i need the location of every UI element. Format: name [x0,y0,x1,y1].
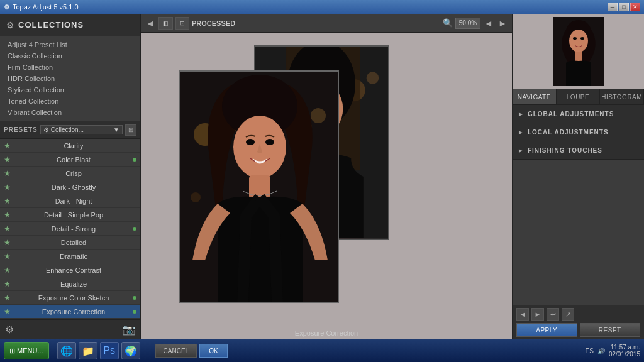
prev-arrow-button[interactable]: ◄ [516,308,529,321]
minimize-button[interactable]: ─ [608,3,618,11]
finishing-touches-header[interactable]: ► FINISHING TOUCHES [513,141,644,159]
apply-button[interactable]: APPLY [516,323,577,337]
language-indicator: ES [586,348,594,354]
app-icon: ⚙ [4,3,10,11]
preset-item-detailed[interactable]: ★ Detailed [0,236,140,250]
view-mode-button2[interactable]: ⊡ [175,17,189,30]
preset-item-crisp[interactable]: ★ Crisp [0,167,140,180]
front-image-svg [180,72,338,302]
collection-item-toned[interactable]: Toned Collection [0,96,140,107]
clock-time: 11:57 a.m. [609,344,640,351]
preset-dot [133,227,136,231]
collection-item-stylized[interactable]: Stylized Collection [0,84,140,96]
svg-point-26 [573,37,577,40]
collection-item-vibrant[interactable]: Vibrant Collection [0,107,140,118]
preset-item-clarity[interactable]: ★ Clarity [0,139,140,153]
preset-name: Dark - Night [14,197,133,205]
svg-point-22 [265,139,274,145]
preset-name: Dark - Ghostly [14,184,133,191]
taskbar-time: 11:57 a.m. 02/01/2015 [609,344,640,358]
taskbar-app-globe[interactable]: 🌍 [121,342,140,359]
expand-arrow-icon: ► [518,147,524,154]
image-area: Exposure Correction [141,33,512,339]
thumbnail-image [553,17,604,86]
svg-point-25 [569,30,588,52]
image-toolbar: ◄ ◧ ⊡ PROCESSED 🔍 ◄ ► [141,14,512,33]
menu-label: MENU... [17,347,43,354]
tab-histogram[interactable]: HISTOGRAM [600,89,644,104]
preset-item-enhance-contrast[interactable]: ★ Enhance Contrast [0,263,140,277]
settings-icon[interactable]: ⚙ [5,324,14,336]
global-adjustments-header[interactable]: ► GLOBAL ADJUSTMENTS [513,105,644,123]
preset-item-detail-simple[interactable]: ★ Detail - Simple Pop [0,208,140,222]
preset-dot [133,158,136,162]
undo-button[interactable]: ↩ [547,308,559,321]
preset-name: Clarity [14,142,133,150]
star-icon: ★ [4,183,11,192]
view-mode-button[interactable]: ◧ [158,17,173,30]
global-adjustments-title: GLOBAL ADJUSTMENTS [528,111,614,118]
collection-item-hdr[interactable]: HDR Collection [0,73,140,84]
windows-icon: ⊞ [9,347,15,355]
preset-item-dramatic[interactable]: ★ Dramatic [0,250,140,263]
tab-navigate[interactable]: NAVIGATE [513,89,557,104]
svg-point-27 [580,37,584,40]
image-front-photo [180,72,338,302]
presets-dropdown[interactable]: ⚙ Collection... ▼ [40,125,123,134]
star-icon: ★ [4,141,11,150]
right-panel: NAVIGATE LOUPE HISTOGRAM ► GLOBAL ADJUST… [512,14,644,339]
zoom-in-button[interactable]: ► [497,18,508,29]
fit-button[interactable]: ↗ [562,308,574,321]
cancel-button[interactable]: CANCEL [155,344,197,358]
preset-item-detail-strong[interactable]: ★ Detail - Strong [0,222,140,236]
ok-button[interactable]: OK [199,344,227,358]
taskbar-app-ie[interactable]: 🌐 [57,342,76,359]
preset-item-exposure-sketch[interactable]: ★ Exposure Color Sketch [0,291,140,305]
taskbar-separator [53,344,53,357]
left-panel: ⚙ COLLECTIONS Adjust 4 Preset List Class… [0,14,141,339]
taskbar-app-photoshop[interactable]: Ps [100,342,119,359]
collection-item-classic[interactable]: Classic Collection [0,50,140,62]
preset-name: Exposure Color Sketch [14,294,133,302]
star-icon: ★ [4,169,11,178]
zoom-input[interactable] [455,18,480,29]
presets-list[interactable]: ★ Clarity ★ Color Blast ★ Crisp ★ Dark -… [0,139,140,319]
start-button[interactable]: ⊞ MENU... [4,342,49,359]
collections-gear-icon[interactable]: ⚙ [6,20,14,30]
preset-name: Crisp [14,170,133,177]
titlebar: ⚙ Topaz Adjust 5 v5.1.0 ─ □ ✕ [0,0,644,14]
dropdown-arrow-icon: ▼ [113,126,119,133]
svg-point-18 [191,192,201,202]
preset-dot [133,310,136,314]
star-icon: ★ [4,293,11,302]
tab-loupe[interactable]: LOUPE [557,89,601,104]
local-adjustments-title: LOCAL ADJUSTMENTS [528,129,609,136]
preset-item-dark-ghostly[interactable]: ★ Dark - Ghostly [0,180,140,194]
next-arrow-button[interactable]: ► [531,308,544,321]
preset-item-dark-night[interactable]: ★ Dark - Night [0,194,140,208]
clock-date: 02/01/2015 [609,351,640,358]
taskbar: ⊞ MENU... 🌐 📁 Ps 🌍 CANCEL OK ES 🔊 11:57 … [0,339,644,362]
preset-item-equalize[interactable]: ★ Equalize [0,277,140,291]
collection-item-adjust4[interactable]: Adjust 4 Preset List [0,39,140,50]
preset-item-exposure-correction[interactable]: ★ Exposure Correction [0,305,140,319]
presets-grid-button[interactable]: ⊞ [125,124,136,136]
left-panel-bottom: ⚙ 📷 [0,319,140,339]
nav-left-arrow[interactable]: ◄ [145,18,156,29]
star-icon: ★ [4,307,11,316]
app-title: Topaz Adjust 5 v5.1.0 [13,3,79,11]
local-adjustments-header[interactable]: ► LOCAL ADJUSTMENTS [513,123,644,141]
collection-item-film[interactable]: Film Collection [0,62,140,73]
preset-item-colorburst[interactable]: ★ Color Blast [0,153,140,167]
maximize-button[interactable]: □ [619,3,629,11]
titlebar-controls: ─ □ ✕ [608,3,640,11]
camera-icon[interactable]: 📷 [123,324,135,336]
close-button[interactable]: ✕ [630,3,640,11]
reset-button[interactable]: RESET [580,323,641,337]
apply-reset-buttons: APPLY RESET [513,323,644,339]
collections-title: COLLECTIONS [18,20,84,30]
taskbar-app-folder[interactable]: 📁 [79,342,97,359]
zoom-out-button[interactable]: ◄ [483,18,494,29]
taskbar-right: ES 🔊 11:57 a.m. 02/01/2015 [586,344,640,358]
navigation-arrows: ◄ ► ↩ ↗ [513,305,644,323]
